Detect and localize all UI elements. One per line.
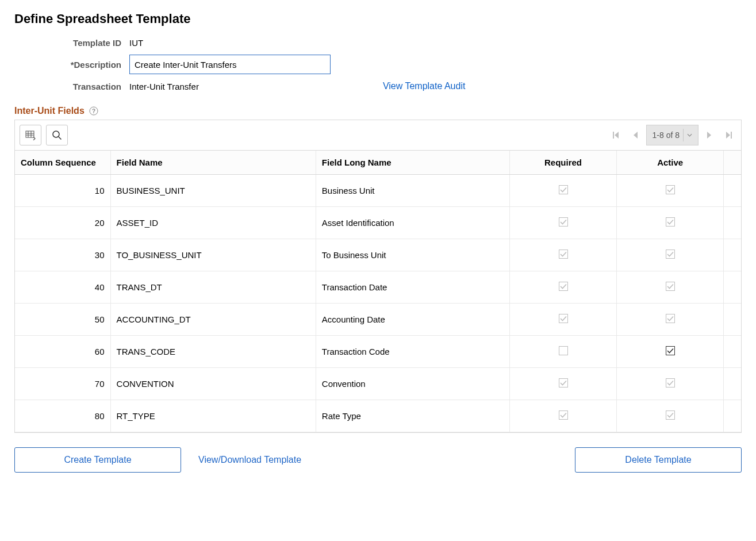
cell-spacer bbox=[724, 239, 741, 271]
cell-spacer bbox=[724, 207, 741, 239]
col-header-field-long-name[interactable]: Field Long Name bbox=[316, 151, 509, 175]
cell-sequence: 60 bbox=[15, 336, 110, 368]
cell-field-name: TO_BUSINESS_UNIT bbox=[110, 239, 316, 271]
cell-field-long-name: To Business Unit bbox=[316, 239, 509, 271]
required-checkbox bbox=[559, 378, 568, 387]
svg-rect-11 bbox=[559, 186, 567, 194]
prev-page-icon[interactable] bbox=[628, 128, 643, 143]
cell-sequence: 80 bbox=[15, 400, 110, 432]
section-title: Inter-Unit Fields bbox=[14, 106, 85, 116]
description-label: *Description bbox=[60, 60, 129, 70]
svg-rect-14 bbox=[666, 218, 674, 227]
cell-sequence: 40 bbox=[15, 271, 110, 304]
active-checkbox bbox=[666, 378, 675, 387]
cell-field-name: RT_TYPE bbox=[110, 400, 316, 432]
table-row: 10BUSINESS_UNITBusiness Unit bbox=[15, 175, 741, 207]
view-download-template-link[interactable]: View/Download Template bbox=[198, 455, 301, 465]
required-checkbox bbox=[559, 410, 568, 420]
svg-rect-12 bbox=[666, 186, 674, 194]
active-checkbox bbox=[666, 250, 675, 259]
svg-rect-24 bbox=[666, 379, 674, 387]
cell-field-name: TRANS_DT bbox=[110, 271, 316, 304]
svg-rect-16 bbox=[666, 250, 674, 259]
cell-sequence: 70 bbox=[15, 368, 110, 400]
col-header-spacer bbox=[724, 151, 741, 175]
cell-field-name: BUSINESS_UNIT bbox=[110, 175, 316, 207]
cell-field-long-name: Convention bbox=[316, 368, 509, 400]
cell-field-long-name: Business Unit bbox=[316, 175, 509, 207]
svg-point-7 bbox=[53, 131, 59, 137]
cell-field-long-name: Transaction Date bbox=[316, 271, 509, 304]
cell-sequence: 30 bbox=[15, 239, 110, 271]
active-checkbox[interactable] bbox=[666, 346, 675, 355]
cell-field-long-name: Rate Type bbox=[316, 400, 509, 432]
help-icon[interactable]: ? bbox=[89, 106, 98, 116]
cell-field-name: ACCOUNTING_DT bbox=[110, 304, 316, 336]
table-row: 80RT_TYPERate Type bbox=[15, 400, 741, 432]
cell-spacer bbox=[724, 336, 741, 368]
required-checkbox bbox=[559, 314, 568, 323]
svg-rect-23 bbox=[559, 379, 567, 387]
next-page-icon[interactable] bbox=[702, 128, 717, 143]
cell-field-name: TRANS_CODE bbox=[110, 336, 316, 368]
svg-rect-17 bbox=[559, 282, 567, 291]
table-row: 30TO_BUSINESS_UNITTo Business Unit bbox=[15, 239, 741, 271]
search-icon[interactable] bbox=[46, 125, 68, 145]
grid-container: 1-8 of 8 Column Sequence Field Name Fiel… bbox=[14, 120, 742, 433]
create-template-button[interactable]: Create Template bbox=[14, 447, 181, 473]
required-checkbox bbox=[559, 250, 568, 259]
pager-dropdown[interactable]: 1-8 of 8 bbox=[646, 125, 699, 145]
cell-spacer bbox=[724, 368, 741, 400]
description-input[interactable] bbox=[129, 55, 331, 74]
cell-field-long-name: Accounting Date bbox=[316, 304, 509, 336]
cell-field-long-name: Asset Identification bbox=[316, 207, 509, 239]
pager-text: 1-8 of 8 bbox=[653, 131, 680, 140]
table-row: 60TRANS_CODETransaction Code bbox=[15, 336, 741, 368]
required-checkbox bbox=[559, 185, 568, 194]
col-header-active[interactable]: Active bbox=[617, 151, 724, 175]
svg-rect-19 bbox=[559, 314, 567, 323]
cell-spacer bbox=[724, 271, 741, 304]
cell-spacer bbox=[724, 400, 741, 432]
cell-sequence: 20 bbox=[15, 207, 110, 239]
required-checkbox bbox=[559, 282, 568, 291]
col-header-required[interactable]: Required bbox=[509, 151, 616, 175]
col-header-sequence[interactable]: Column Sequence bbox=[15, 151, 110, 175]
table-row: 40TRANS_DTTransaction Date bbox=[15, 271, 741, 304]
grid-action-icon[interactable] bbox=[20, 125, 41, 145]
table-row: 50ACCOUNTING_DTAccounting Date bbox=[15, 304, 741, 336]
cell-sequence: 10 bbox=[15, 175, 110, 207]
svg-line-8 bbox=[59, 137, 62, 140]
svg-rect-22 bbox=[666, 347, 674, 355]
svg-rect-21 bbox=[559, 347, 567, 355]
delete-template-button[interactable]: Delete Template bbox=[575, 447, 742, 473]
last-page-icon[interactable] bbox=[720, 128, 736, 143]
first-page-icon[interactable] bbox=[608, 128, 624, 143]
cell-spacer bbox=[724, 175, 741, 207]
view-template-audit-link[interactable]: View Template Audit bbox=[383, 81, 466, 91]
transaction-value: Inter-Unit Transfer bbox=[129, 82, 199, 91]
active-checkbox bbox=[666, 314, 675, 323]
active-checkbox bbox=[666, 410, 675, 420]
cell-spacer bbox=[724, 304, 741, 336]
table-row: 20ASSET_IDAsset Identification bbox=[15, 207, 741, 239]
active-checkbox bbox=[666, 217, 675, 227]
svg-rect-13 bbox=[559, 218, 567, 227]
template-id-label: Template ID bbox=[60, 38, 129, 48]
cell-field-name: CONVENTION bbox=[110, 368, 316, 400]
required-checkbox bbox=[559, 217, 568, 227]
svg-rect-26 bbox=[666, 411, 674, 420]
active-checkbox bbox=[666, 282, 675, 291]
chevron-down-icon bbox=[683, 129, 692, 141]
cell-field-name: ASSET_ID bbox=[110, 207, 316, 239]
cell-sequence: 50 bbox=[15, 304, 110, 336]
required-checkbox bbox=[559, 346, 568, 355]
table-row: 70CONVENTIONConvention bbox=[15, 368, 741, 400]
svg-rect-18 bbox=[666, 282, 674, 291]
col-header-field-name[interactable]: Field Name bbox=[110, 151, 316, 175]
svg-rect-20 bbox=[666, 314, 674, 323]
svg-rect-25 bbox=[559, 411, 567, 420]
svg-rect-15 bbox=[559, 250, 567, 259]
svg-text:?: ? bbox=[92, 108, 95, 114]
cell-field-long-name: Transaction Code bbox=[316, 336, 509, 368]
